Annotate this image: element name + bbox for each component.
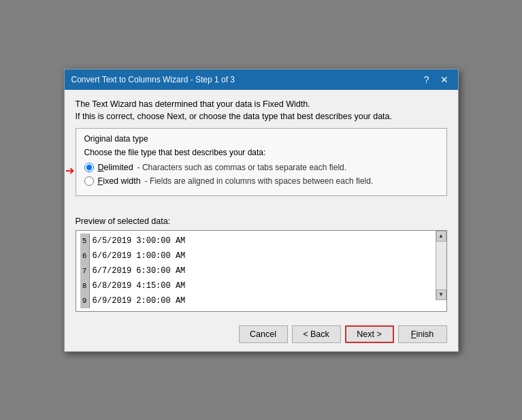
row-data: 6/7/2019 6:30:00 AM xyxy=(90,266,186,276)
fixed-width-radio[interactable] xyxy=(84,176,94,186)
intro-line1: The Text Wizard has determined that your… xyxy=(76,99,447,109)
title-bar: Convert Text to Columns Wizard - Step 1 … xyxy=(65,69,458,90)
arrow-icon: ➔ xyxy=(65,164,74,177)
preview-content: 5 6/5/2019 3:00:00 AM 6 6/6/2019 1:00:00… xyxy=(76,231,446,311)
intro-line2: If this is correct, choose Next, or choo… xyxy=(76,112,447,121)
fixed-width-desc: - Fields are aligned in columns with spa… xyxy=(145,176,374,186)
delimited-radio[interactable] xyxy=(84,163,94,172)
horizontal-scrollbar[interactable]: ◄ ► xyxy=(76,311,446,312)
title-bar-controls: ? ✕ xyxy=(421,75,451,84)
scroll-track xyxy=(436,242,446,289)
row-data: 6/9/2019 2:00:00 AM xyxy=(90,296,186,306)
row-data: 6/6/2019 1:00:00 AM xyxy=(90,251,186,261)
preview-label: Preview of selected data: xyxy=(76,216,447,226)
cancel-button[interactable]: Cancel xyxy=(239,325,288,343)
row-number: 5 xyxy=(80,233,90,248)
preview-row: 5 6/5/2019 3:00:00 AM xyxy=(80,233,442,248)
finish-button[interactable]: Finish xyxy=(398,325,447,343)
delimited-label[interactable]: Delimited xyxy=(84,163,133,172)
section-title: Original data type xyxy=(84,134,438,144)
fixed-width-label[interactable]: Fixed width xyxy=(84,176,141,186)
fixed-width-text: Fixed width xyxy=(98,176,141,186)
row-number: 6 xyxy=(80,248,90,263)
dialog-body: The Text Wizard has determined that your… xyxy=(65,90,458,319)
dialog-title: Convert Text to Columns Wizard - Step 1 … xyxy=(71,75,235,84)
section-subtitle: Choose the file type that best describes… xyxy=(84,148,438,157)
preview-row: 6 6/6/2019 1:00:00 AM xyxy=(80,248,442,263)
original-data-type-section: Original data type Choose the file type … xyxy=(76,128,447,196)
preview-box: 5 6/5/2019 3:00:00 AM 6 6/6/2019 1:00:00… xyxy=(76,230,447,312)
preview-row: 9 6/9/2019 2:00:00 AM xyxy=(80,293,442,308)
row-number: 7 xyxy=(80,263,90,278)
dialog-footer: Cancel < Back Next > Finish xyxy=(65,319,458,351)
help-button[interactable]: ? xyxy=(421,75,432,84)
scroll-up-btn[interactable]: ▲ xyxy=(436,231,446,242)
delimited-text: Delimited xyxy=(98,163,133,172)
preview-row: 7 6/7/2019 6:30:00 AM xyxy=(80,263,442,278)
row-data: 6/8/2019 4:15:00 AM xyxy=(90,281,186,291)
close-button[interactable]: ✕ xyxy=(438,75,451,84)
fixed-width-row: Fixed width - Fields are aligned in colu… xyxy=(84,176,438,186)
row-number: 8 xyxy=(80,278,90,293)
delimited-row: ➔ Delimited - Characters such as commas … xyxy=(84,163,438,172)
row-number: 9 xyxy=(80,293,90,308)
back-button[interactable]: < Back xyxy=(292,325,341,343)
delimited-desc: - Characters such as commas or tabs sepa… xyxy=(137,163,346,172)
next-button[interactable]: Next > xyxy=(345,325,394,343)
vertical-scrollbar[interactable]: ▲ ▼ xyxy=(436,231,446,300)
row-data: 6/5/2019 3:00:00 AM xyxy=(90,236,186,246)
preview-row: 8 6/8/2019 4:15:00 AM xyxy=(80,278,442,293)
scroll-down-btn[interactable]: ▼ xyxy=(436,289,446,300)
dialog-window: Convert Text to Columns Wizard - Step 1 … xyxy=(64,69,459,352)
